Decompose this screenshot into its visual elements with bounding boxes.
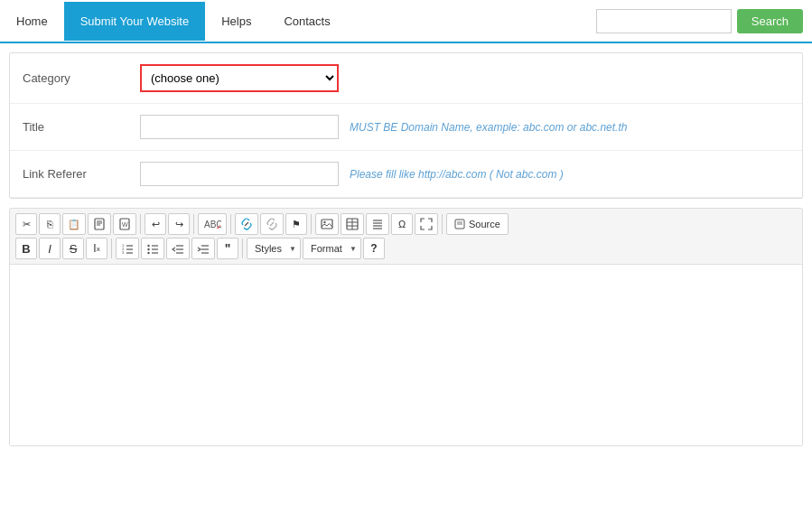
styles-dropdown[interactable]: Styles <box>247 238 301 259</box>
blockquote-button[interactable]: " <box>217 238 238 259</box>
anchor-button[interactable]: ⚑ <box>285 213 307 235</box>
format-dropdown-wrap: Format <box>303 238 361 259</box>
special-char-button[interactable]: Ω <box>391 213 413 235</box>
nav-home[interactable]: Home <box>0 2 64 41</box>
unlink-button[interactable] <box>260 213 284 235</box>
separator-5 <box>442 214 443 234</box>
ordered-list-button[interactable]: 1.2.3. <box>116 238 139 259</box>
nav-helps[interactable]: Helps <box>205 2 267 41</box>
svg-text:W: W <box>122 221 128 228</box>
redo-button[interactable]: ↪ <box>168 213 190 235</box>
indent-out-button[interactable] <box>166 238 190 259</box>
svg-rect-0 <box>95 219 104 229</box>
table-button[interactable] <box>341 213 364 235</box>
svg-rect-8 <box>322 220 332 229</box>
separator-6 <box>111 239 112 258</box>
help-button[interactable]: ? <box>363 238 385 259</box>
format-dropdown[interactable]: Format <box>303 238 361 259</box>
link-button[interactable] <box>235 213 258 235</box>
svg-point-30 <box>147 245 149 247</box>
styles-dropdown-wrap: Styles <box>247 238 301 259</box>
strikethrough-button[interactable]: S <box>62 238 84 259</box>
source-button[interactable]: Source <box>446 213 509 235</box>
title-label: Title <box>23 120 140 134</box>
svg-point-31 <box>147 248 149 250</box>
spellcheck-button[interactable]: ABC✓ <box>198 213 227 235</box>
paste-text-button[interactable] <box>88 213 111 235</box>
separator-2 <box>193 214 194 234</box>
link-hint: Please fill like http://abc.com ( Not ab… <box>350 168 564 181</box>
toolbar-row-1: ✂ ⎘ 📋 W ↩ ↪ ABC✓ ⚑ <box>15 213 797 235</box>
align-button[interactable] <box>366 213 389 235</box>
remove-format-button[interactable]: Ix <box>86 238 107 259</box>
link-row: Link Referer Please fill like http://abc… <box>10 151 802 198</box>
link-label: Link Referer <box>23 167 140 181</box>
title-row: Title MUST BE Domain Name, example: abc.… <box>10 104 802 151</box>
search-area: Search <box>596 9 803 33</box>
svg-point-32 <box>147 252 149 254</box>
source-label: Source <box>469 219 500 229</box>
svg-text:3.: 3. <box>122 250 125 255</box>
copy-button[interactable]: ⎘ <box>39 213 61 235</box>
separator-4 <box>311 214 312 234</box>
title-hint: MUST BE Domain Name, example: abc.com or… <box>350 121 627 134</box>
category-row: Category (choose one) <box>10 53 802 104</box>
separator-3 <box>230 214 231 234</box>
unordered-list-button[interactable] <box>141 238 164 259</box>
italic-button[interactable]: I <box>39 238 61 259</box>
expand-button[interactable] <box>415 213 438 235</box>
nav-submit[interactable]: Submit Your Website <box>64 2 205 41</box>
link-field: Please fill like http://abc.com ( Not ab… <box>140 162 789 186</box>
category-label: Category <box>23 71 140 85</box>
navbar: Home Submit Your Website Helps Contacts … <box>0 0 812 43</box>
search-input[interactable] <box>596 9 732 33</box>
editor-toolbar: ✂ ⎘ 📋 W ↩ ↪ ABC✓ ⚑ <box>10 209 802 265</box>
undo-button[interactable]: ↩ <box>145 213 166 235</box>
editor-body[interactable] <box>10 265 802 445</box>
bold-button[interactable]: B <box>15 238 37 259</box>
title-input[interactable] <box>140 115 339 139</box>
nav-contacts[interactable]: Contacts <box>267 2 346 41</box>
category-field: (choose one) <box>140 64 789 92</box>
link-input[interactable] <box>140 162 339 186</box>
title-field: MUST BE Domain Name, example: abc.com or… <box>140 115 789 139</box>
toolbar-row-2: B I S Ix 1.2.3. " Styles <box>15 238 797 259</box>
form-container: Category (choose one) Title MUST BE Doma… <box>9 52 803 199</box>
separator-7 <box>242 239 243 258</box>
editor-container: ✂ ⎘ 📋 W ↩ ↪ ABC✓ ⚑ <box>9 208 803 446</box>
category-select[interactable]: (choose one) <box>140 64 339 92</box>
image-button[interactable] <box>315 213 339 235</box>
svg-text:✓: ✓ <box>216 223 221 230</box>
indent-in-button[interactable] <box>191 238 215 259</box>
separator-1 <box>140 214 141 234</box>
search-button[interactable]: Search <box>737 9 803 33</box>
paste-word-button[interactable]: W <box>113 213 136 235</box>
cut-button[interactable]: ✂ <box>15 213 37 235</box>
paste-button[interactable]: 📋 <box>62 213 86 235</box>
svg-point-9 <box>323 221 325 223</box>
